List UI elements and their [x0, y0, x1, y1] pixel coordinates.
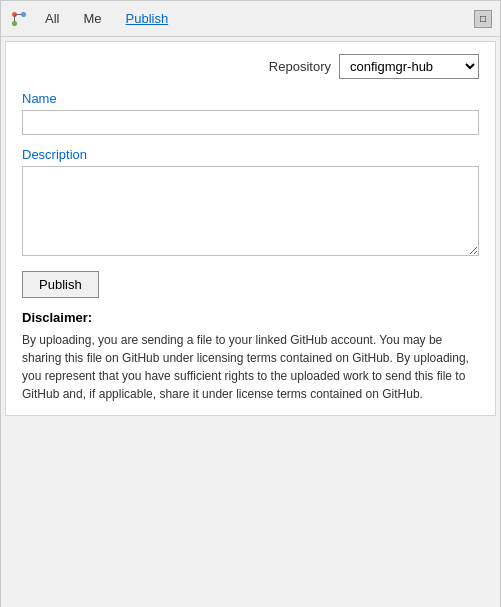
description-field-group: Description	[22, 147, 479, 271]
titlebar: All Me Publish □	[1, 1, 500, 37]
description-label: Description	[22, 147, 479, 162]
disclaimer-section: Disclaimer: By uploading, you are sendin…	[22, 310, 479, 403]
name-label: Name	[22, 91, 479, 106]
svg-point-2	[12, 21, 17, 26]
description-input[interactable]	[22, 166, 479, 256]
repository-select[interactable]: configmgr-hub	[339, 54, 479, 79]
disclaimer-title: Disclaimer:	[22, 310, 479, 325]
name-field-group: Name	[22, 91, 479, 147]
tab-publish[interactable]: Publish	[118, 7, 177, 30]
svg-point-1	[21, 12, 26, 17]
tab-all[interactable]: All	[37, 7, 67, 30]
window-close-button[interactable]: □	[474, 10, 492, 28]
repository-row: Repository configmgr-hub	[22, 54, 479, 79]
name-input[interactable]	[22, 110, 479, 135]
git-branch-icon	[9, 9, 29, 29]
publish-button[interactable]: Publish	[22, 271, 99, 298]
main-window: All Me Publish □ Repository configmgr-hu…	[0, 0, 501, 607]
main-content: Repository configmgr-hub Name Descriptio…	[5, 41, 496, 416]
bottom-area	[1, 420, 500, 607]
tab-me[interactable]: Me	[75, 7, 109, 30]
disclaimer-text: By uploading, you are sending a file to …	[22, 331, 479, 403]
repository-label: Repository	[269, 59, 331, 74]
